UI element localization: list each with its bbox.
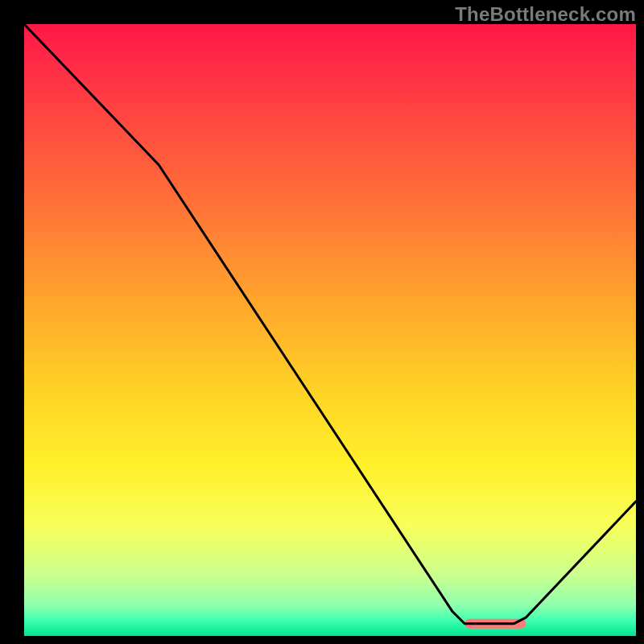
background-gradient [24, 24, 636, 636]
watermark-label: TheBottleneck.com [455, 3, 636, 26]
chart-svg [24, 24, 636, 636]
chart-frame: TheBottleneck.com [0, 0, 644, 644]
plot-area [24, 24, 636, 636]
